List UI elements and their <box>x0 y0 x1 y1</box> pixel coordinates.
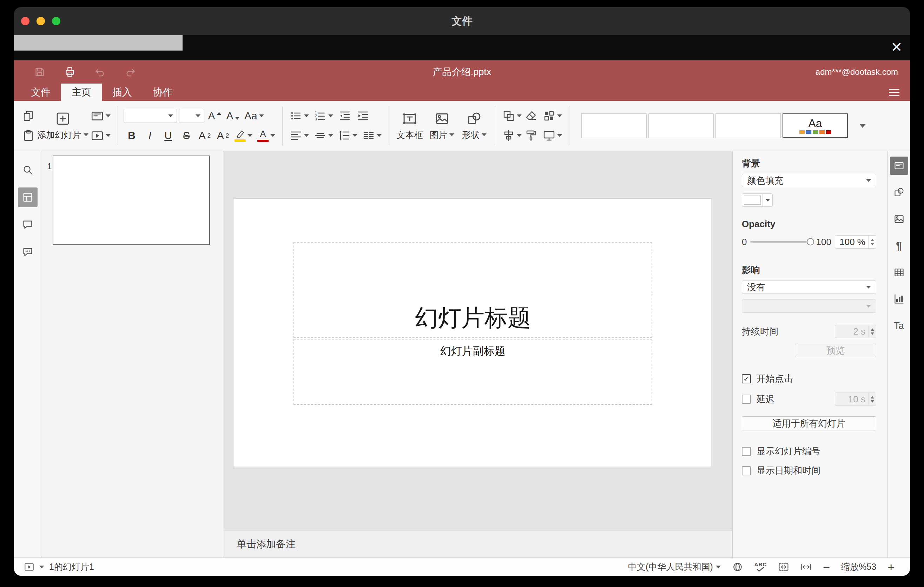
spellcheck-button[interactable]: ABC <box>754 562 767 572</box>
textbox-icon <box>402 111 417 126</box>
effect-value: 没有 <box>747 281 765 294</box>
strikeout-button[interactable]: S <box>178 127 195 143</box>
textart-settings-button[interactable]: Ta <box>890 317 908 335</box>
shape-settings-button[interactable] <box>890 183 908 201</box>
bold-button[interactable]: B <box>124 127 140 143</box>
image-settings-button[interactable] <box>890 210 908 228</box>
clear-style-button[interactable] <box>523 108 539 124</box>
decrease-font-button[interactable]: A <box>225 108 241 124</box>
decrease-indent-button[interactable] <box>337 108 353 124</box>
background-section-label: 背景 <box>742 157 876 170</box>
search-button[interactable] <box>18 160 38 180</box>
notes-area[interactable]: 单击添加备注 <box>223 530 732 557</box>
delay-checkbox[interactable] <box>742 395 751 404</box>
theme-option-3[interactable] <box>716 114 781 138</box>
font-name-combo[interactable] <box>124 109 177 123</box>
increase-indent-button[interactable] <box>355 108 371 124</box>
color-dropdown[interactable] <box>762 194 772 206</box>
table-settings-button[interactable] <box>890 263 908 282</box>
fit-slide-button[interactable] <box>778 561 789 572</box>
change-case-button[interactable]: Aa <box>243 108 266 124</box>
fit-width-button[interactable] <box>800 561 812 572</box>
slide-settings-button[interactable] <box>890 157 908 175</box>
slides-panel-button[interactable] <box>18 188 38 207</box>
chart-settings-button[interactable] <box>890 290 908 308</box>
horizontal-align-button[interactable] <box>288 127 310 143</box>
increase-font-button[interactable]: A <box>206 108 223 124</box>
show-date-time-checkbox[interactable] <box>742 466 751 475</box>
zoom-in-button[interactable]: + <box>888 561 894 573</box>
align-shape-button[interactable] <box>501 127 523 143</box>
tab-home[interactable]: 主页 <box>61 84 102 101</box>
dark-strip: ✕ <box>14 35 910 60</box>
insert-image-button[interactable]: 图片 <box>427 108 457 143</box>
preview-button[interactable]: 预览 <box>795 344 876 357</box>
font-size-combo[interactable] <box>179 109 204 123</box>
effect-select[interactable]: 没有 <box>742 280 876 294</box>
insert-shape-button[interactable]: 形状 <box>459 108 489 143</box>
start-slideshow-status-button[interactable] <box>24 562 35 572</box>
zoom-out-button[interactable]: − <box>823 561 830 573</box>
effect-type-select <box>742 300 876 313</box>
slide-thumbnail[interactable] <box>53 155 210 245</box>
arrange-shape-button[interactable] <box>501 108 523 124</box>
start-slideshow-button[interactable] <box>89 127 112 143</box>
background-color-picker[interactable] <box>742 193 773 207</box>
tab-insert[interactable]: 插入 <box>102 84 142 101</box>
opacity-slider[interactable] <box>750 241 812 242</box>
superscript-button[interactable]: A2 <box>196 127 213 143</box>
copy-button[interactable] <box>20 108 36 124</box>
editor-center: 幻灯片标题 幻灯片副标题 单击添加备注 <box>223 151 732 557</box>
italic-button[interactable]: I <box>142 127 158 143</box>
columns-button[interactable] <box>361 127 383 143</box>
minimize-traffic-light[interactable] <box>36 17 45 25</box>
fullscreen-traffic-light[interactable] <box>52 17 60 25</box>
background-fill-select[interactable]: 颜色填充 <box>742 174 876 187</box>
font-color-bar <box>257 140 269 142</box>
opacity-spinner[interactable]: 100 % <box>835 235 876 249</box>
title-placeholder-box[interactable]: 幻灯片标题 <box>294 242 652 338</box>
insert-textbox-button[interactable]: 文本框 <box>394 108 425 143</box>
color-scheme-button[interactable] <box>541 108 563 124</box>
document-language-button[interactable] <box>732 561 743 572</box>
theme-option-1[interactable] <box>581 114 647 138</box>
show-slide-number-checkbox[interactable] <box>742 447 751 456</box>
numbering-button[interactable]: 123 <box>312 108 335 124</box>
close-traffic-light[interactable] <box>21 17 30 25</box>
line-spacing-button[interactable] <box>337 127 359 143</box>
comments-button[interactable] <box>18 215 38 234</box>
subscript-button[interactable]: A2 <box>215 127 231 143</box>
paste-button[interactable] <box>20 127 36 143</box>
tab-file[interactable]: 文件 <box>20 84 61 101</box>
chevron-down-icon[interactable] <box>39 566 44 569</box>
tab-collaboration[interactable]: 协作 <box>142 84 183 101</box>
language-selector[interactable]: 中文(中华人民共和国) <box>628 561 721 572</box>
start-on-click-checkbox[interactable]: ✓ <box>742 374 751 383</box>
hamburger-menu-icon[interactable] <box>888 86 901 99</box>
arrow-down-icon <box>235 117 239 120</box>
bold-glyph: B <box>128 130 135 141</box>
slide-canvas[interactable]: 幻灯片标题 幻灯片副标题 <box>223 151 732 530</box>
superscript-mark: 2 <box>208 133 211 139</box>
close-button[interactable]: ✕ <box>888 39 905 56</box>
theme-gallery-expand-button[interactable] <box>855 118 871 134</box>
highlight-icon <box>234 130 246 142</box>
spinner-arrows[interactable] <box>868 236 876 248</box>
font-color-button[interactable]: A <box>256 127 277 143</box>
paragraph-settings-button[interactable]: ¶ <box>890 237 908 255</box>
underline-button[interactable]: U <box>160 127 176 143</box>
change-layout-button[interactable] <box>89 108 112 124</box>
vertical-align-button[interactable] <box>312 127 335 143</box>
copy-style-button[interactable] <box>523 127 539 143</box>
feedback-button[interactable] <box>18 242 38 262</box>
slide[interactable]: 幻灯片标题 幻灯片副标题 <box>234 198 711 467</box>
theme-option-selected[interactable]: Aa <box>782 114 848 138</box>
apply-to-all-slides-button[interactable]: 适用于所有幻灯片 <box>742 416 876 430</box>
highlight-color-button[interactable] <box>233 127 254 143</box>
slide-size-button[interactable] <box>541 127 563 143</box>
opacity-slider-handle[interactable] <box>807 238 814 246</box>
subtitle-placeholder-box[interactable]: 幻灯片副标题 <box>294 339 652 405</box>
add-slide-button[interactable]: 添加幻灯片 <box>36 108 89 143</box>
theme-option-2[interactable] <box>648 114 714 138</box>
bullets-button[interactable] <box>288 108 310 124</box>
